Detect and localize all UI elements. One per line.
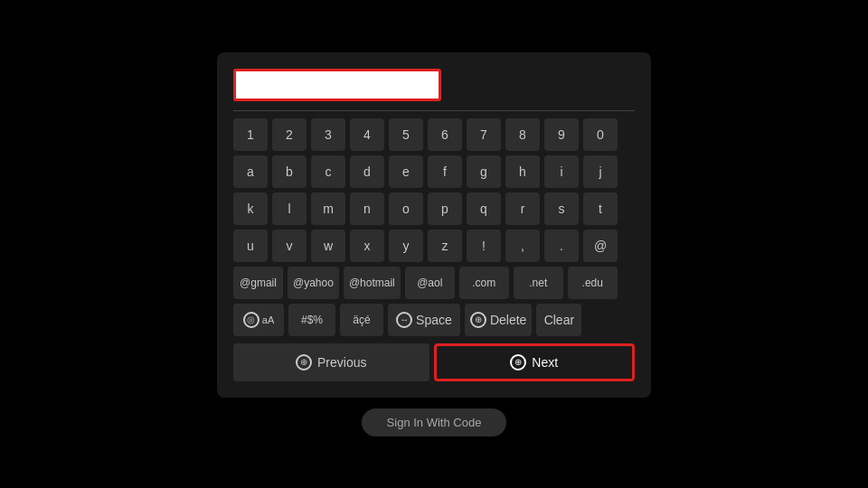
key-p[interactable]: p [428,192,462,225]
key-n[interactable]: n [350,192,384,225]
capslock-icon: ◎ [243,312,259,328]
key-1[interactable]: 1 [233,118,268,151]
key-e[interactable]: e [389,155,423,188]
key-q[interactable]: q [467,192,501,225]
key-9[interactable]: 9 [544,118,579,151]
delete-icon: ⊕ [470,312,486,328]
key-at[interactable]: @ [583,230,618,262]
prev-icon: ⊕ [296,354,312,371]
key-yahoo[interactable]: @yahoo [288,267,339,299]
space-icon: ↔ [396,312,412,328]
key-y[interactable]: y [389,230,423,262]
alpha-row-1: a b c d e f g h i j [233,155,635,188]
key-clear[interactable]: Clear [536,304,581,336]
key-aol[interactable]: @aol [405,267,455,299]
key-8[interactable]: 8 [505,118,540,151]
key-s[interactable]: s [544,192,579,225]
key-delete[interactable]: ⊕ Delete [465,304,532,336]
key-space[interactable]: ↔ Space [388,304,460,336]
key-a[interactable]: a [233,155,268,188]
key-f[interactable]: f [428,155,462,188]
alpha-row-3: u v w x y z ! , . @ [233,230,635,262]
keyboard-container: 1 2 3 4 5 6 7 8 9 0 a b c d e f g h i j … [217,52,651,398]
next-button[interactable]: ⊕ Next [434,343,636,381]
key-hotmail[interactable]: @hotmail [344,267,401,299]
key-4[interactable]: 4 [350,118,384,151]
key-5[interactable]: 5 [389,118,423,151]
key-d[interactable]: d [350,155,384,188]
key-t[interactable]: t [583,192,618,225]
key-j[interactable]: j [583,155,618,188]
key-symbols[interactable]: #$% [288,304,335,336]
key-exclaim[interactable]: ! [467,230,501,262]
key-x[interactable]: x [350,230,384,262]
key-dotedu[interactable]: .edu [568,267,618,299]
key-u[interactable]: u [233,230,268,262]
key-m[interactable]: m [311,192,345,225]
key-h[interactable]: h [505,155,540,188]
key-k[interactable]: k [233,192,268,225]
key-z[interactable]: z [428,230,462,262]
next-icon: ⊕ [510,354,526,371]
keys-grid: 1 2 3 4 5 6 7 8 9 0 a b c d e f g h i j … [233,118,635,336]
key-0[interactable]: 0 [583,118,618,151]
key-b[interactable]: b [272,155,307,188]
key-comma[interactable]: , [505,230,540,262]
key-r[interactable]: r [505,192,540,225]
key-i[interactable]: i [544,155,579,188]
key-o[interactable]: o [389,192,423,225]
key-7[interactable]: 7 [467,118,501,151]
input-row [233,69,635,101]
key-2[interactable]: 2 [272,118,307,151]
key-6[interactable]: 6 [428,118,462,151]
key-dotcom[interactable]: .com [459,267,509,299]
key-w[interactable]: w [311,230,345,262]
key-g[interactable]: g [467,155,501,188]
key-l[interactable]: l [272,192,307,225]
key-3[interactable]: 3 [311,118,345,151]
key-gmail[interactable]: @gmail [233,267,283,299]
sign-in-with-code-button[interactable]: Sign In With Code [362,408,507,436]
number-row: 1 2 3 4 5 6 7 8 9 0 [233,118,635,151]
controls-row: ◎ aA #$% äçé ↔ Space ⊕ Delete Clear [233,304,635,336]
email-shortcuts-row: @gmail @yahoo @hotmail @aol .com .net .e… [233,267,635,299]
alpha-row-2: k l m n o p q r s t [233,192,635,225]
bottom-buttons: ⊕ Previous ⊕ Next [233,343,635,381]
key-capslock[interactable]: ◎ aA [233,304,284,336]
key-period[interactable]: . [544,230,579,262]
key-accent[interactable]: äçé [340,304,383,336]
key-v[interactable]: v [272,230,307,262]
key-c[interactable]: c [311,155,345,188]
previous-button[interactable]: ⊕ Previous [233,343,429,381]
key-dotnet[interactable]: .net [514,267,563,299]
text-input[interactable] [233,69,441,101]
